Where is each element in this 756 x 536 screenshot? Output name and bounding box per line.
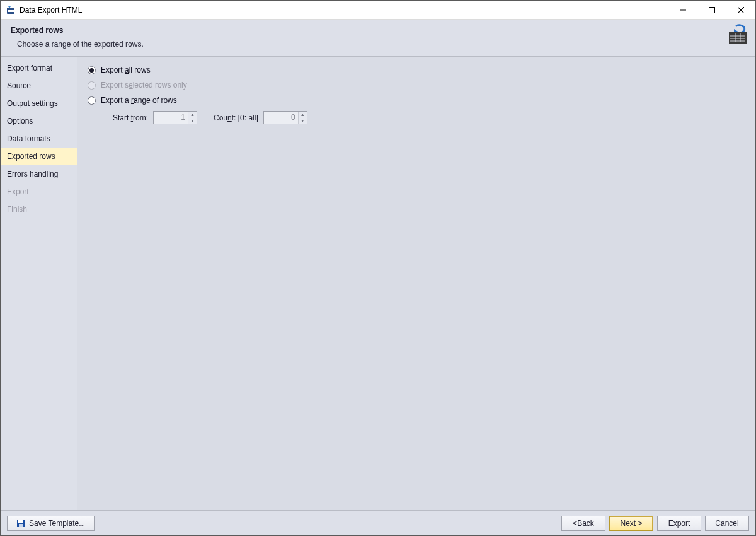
step-output-settings[interactable]: Output settings [1, 95, 77, 112]
export-table-icon [723, 23, 748, 47]
spinner-controls: ▲ ▼ [298, 112, 307, 124]
spinner-up-icon[interactable]: ▲ [299, 112, 307, 118]
step-export: Export [1, 183, 77, 201]
window-title: Data Export HTML [20, 6, 668, 15]
radio-export-range[interactable]: Export a range of rows [88, 96, 745, 105]
wizard-step-title: Exported rows [11, 26, 745, 35]
radio-label: Export selected rows only [101, 81, 187, 90]
radio-export-selected-rows: Export selected rows only [88, 81, 745, 90]
svg-rect-17 [18, 520, 23, 523]
step-source[interactable]: Source [1, 77, 77, 95]
wizard-steps-sidebar: Export format Source Output settings Opt… [1, 57, 77, 510]
save-icon [16, 519, 25, 528]
close-button[interactable] [726, 1, 755, 20]
count-label: Count: [0: all] [214, 114, 258, 122]
count-value[interactable]: 0 [264, 112, 298, 124]
wizard-content: Export all rows Export selected rows onl… [77, 57, 755, 510]
app-icon [6, 5, 16, 15]
radio-label: Export all rows [101, 66, 151, 74]
svg-rect-18 [19, 524, 23, 527]
spinner-down-icon[interactable]: ▼ [188, 118, 197, 124]
radio-icon [88, 81, 96, 90]
radio-icon [88, 66, 96, 74]
spinner-controls: ▲ ▼ [188, 112, 197, 124]
window-controls [668, 1, 755, 20]
start-from-label: Start from: [113, 114, 148, 122]
step-export-format[interactable]: Export format [1, 59, 77, 77]
back-button[interactable]: < Back [561, 516, 605, 531]
spinner-down-icon[interactable]: ▼ [299, 118, 307, 124]
svg-rect-5 [709, 7, 715, 13]
radio-label: Export a range of rows [101, 96, 177, 105]
svg-rect-3 [8, 11, 14, 12]
step-options[interactable]: Options [1, 112, 77, 130]
count-spinner[interactable]: 0 ▲ ▼ [263, 111, 307, 124]
cancel-button[interactable]: Cancel [705, 516, 749, 531]
range-input-row: Start from: 1 ▲ ▼ Count: [0: all] 0 ▲ ▼ [113, 111, 745, 124]
step-exported-rows[interactable]: Exported rows [1, 148, 77, 165]
save-template-label: Save Template... [29, 519, 85, 528]
radio-export-all-rows[interactable]: Export all rows [88, 66, 745, 74]
save-template-button[interactable]: Save Template... [7, 516, 94, 531]
minimize-button[interactable] [668, 1, 697, 20]
maximize-button[interactable] [697, 1, 726, 20]
wizard-footer: Save Template... < Back Next > Export Ca… [1, 510, 755, 535]
start-from-value[interactable]: 1 [154, 112, 188, 124]
step-data-formats[interactable]: Data formats [1, 130, 77, 148]
step-errors-handling[interactable]: Errors handling [1, 165, 77, 183]
wizard-header: Exported rows Choose a range of the expo… [1, 20, 755, 57]
wizard-body: Export format Source Output settings Opt… [1, 57, 755, 510]
wizard-step-description: Choose a range of the exported rows. [11, 40, 745, 49]
title-bar: Data Export HTML [1, 1, 755, 20]
radio-icon [88, 96, 96, 105]
export-button[interactable]: Export [657, 516, 701, 531]
start-from-spinner[interactable]: 1 ▲ ▼ [153, 111, 197, 124]
svg-rect-1 [8, 9, 14, 9]
next-button[interactable]: Next > [609, 516, 653, 531]
spinner-up-icon[interactable]: ▲ [188, 112, 197, 118]
step-finish: Finish [1, 201, 77, 218]
svg-rect-2 [8, 10, 14, 11]
